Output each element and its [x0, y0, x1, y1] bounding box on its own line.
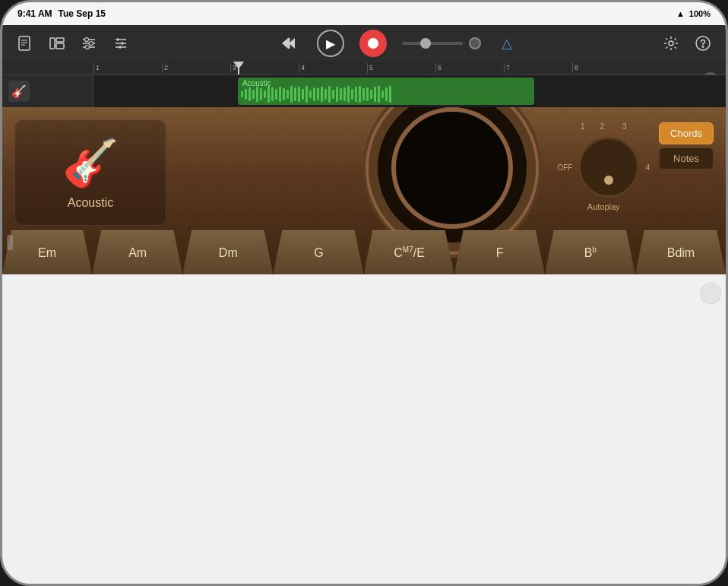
knob-row: OFF 4	[557, 137, 650, 198]
notes-mode-button[interactable]: Notes	[659, 147, 714, 169]
svg-rect-0	[19, 36, 30, 50]
svg-rect-4	[50, 38, 55, 49]
mode-buttons: Chords Notes	[659, 122, 714, 169]
time: 9:41 AM	[17, 8, 52, 19]
svg-rect-5	[56, 38, 64, 42]
help-button[interactable]	[692, 33, 714, 54]
chords-mode-button[interactable]: Chords	[659, 122, 714, 144]
track-clip[interactable]: Acoustic	[238, 78, 534, 105]
clip-waveform	[238, 85, 534, 103]
device-frame: 9:41 AM Tue Sep 15 ▲ 100%	[0, 0, 728, 586]
track-icon: 🎸	[8, 81, 30, 102]
volume-circle	[469, 37, 481, 49]
guitar-icon: 🎸	[62, 136, 119, 190]
ruler-marks: 1 2 3 4 5 6 7 8	[93, 62, 641, 74]
instrument-top: 🎸 Acoustic 1 2 3 OFF	[2, 107, 726, 229]
home-button[interactable]	[700, 283, 721, 304]
volume-slider-area	[402, 37, 481, 49]
svg-point-10	[85, 38, 89, 42]
ruler-mark-4: 4	[299, 63, 367, 73]
chord-dm-button[interactable]: Dm	[182, 230, 273, 274]
toolbar-center: ▶ △	[274, 30, 518, 57]
ruler-mark-5: 5	[367, 63, 435, 73]
svg-marker-19	[282, 38, 288, 49]
chord-g-button[interactable]: G	[273, 230, 363, 274]
tracks-view-button[interactable]	[46, 33, 68, 54]
autoplay-label: Autoplay	[587, 202, 620, 211]
autoplay-section: 1 2 3 OFF 4 Autoplay	[557, 122, 650, 211]
chord-row: Em Am Dm G CM7/E F Bb Bdim	[2, 229, 726, 274]
knob-label-3: 3	[622, 122, 627, 131]
play-button[interactable]: ▶	[317, 30, 344, 57]
svg-point-12	[86, 46, 90, 49]
track-area: 🎸 Acoustic	[2, 75, 726, 107]
chord-am-button[interactable]: Am	[92, 230, 182, 274]
chord-bb-button[interactable]: Bb	[545, 230, 635, 274]
knob-off-label: OFF	[557, 163, 572, 172]
knob-label-2: 2	[600, 122, 604, 131]
instrument-area: 🎸 Acoustic 1 2 3 OFF	[2, 107, 726, 274]
ruler-mark-6: 6	[435, 63, 504, 73]
rewind-button[interactable]	[274, 30, 302, 57]
ruler-mark-8: 8	[572, 63, 641, 73]
controls-button[interactable]	[110, 33, 131, 54]
svg-rect-6	[56, 43, 64, 49]
chord-cm7e-button[interactable]: CM7/E	[364, 230, 454, 274]
knob-labels: 1 2 3	[581, 122, 627, 131]
track-header: 🎸	[2, 75, 93, 107]
svg-point-22	[669, 41, 673, 46]
autoplay-knob[interactable]	[578, 137, 639, 198]
metronome-button[interactable]: △	[496, 33, 518, 54]
svg-point-11	[90, 42, 93, 46]
side-button	[7, 235, 13, 250]
toolbar: ▶ △	[2, 25, 726, 62]
record-button[interactable]	[359, 30, 387, 57]
new-document-button[interactable]	[14, 33, 36, 54]
playhead-triangle	[233, 62, 244, 69]
timeline-area: 1 2 3 4 5 6 7 8 + 🎸 Acoustic	[2, 62, 726, 107]
battery: 100%	[689, 9, 711, 18]
ruler-mark-1: 1	[93, 63, 162, 73]
toolbar-left	[14, 33, 131, 54]
knob-4-label: 4	[645, 163, 650, 172]
volume-thumb[interactable]	[420, 38, 431, 49]
settings-button[interactable]	[660, 33, 682, 54]
playhead[interactable]	[238, 62, 239, 74]
timeline-ruler: 1 2 3 4 5 6 7 8 +	[2, 62, 726, 75]
knob-label-1: 1	[581, 122, 585, 131]
track-clip-area: Acoustic	[93, 75, 726, 107]
svg-point-24	[702, 46, 704, 48]
chord-f-button[interactable]: F	[454, 230, 545, 274]
chord-bdim-button[interactable]: Bdim	[635, 230, 726, 274]
status-left: 9:41 AM Tue Sep 15	[17, 8, 106, 19]
record-dot	[368, 38, 378, 49]
guitar-selector[interactable]: 🎸 Acoustic	[14, 119, 166, 226]
status-right: ▲ 100%	[676, 9, 711, 18]
ruler-mark-2: 2	[162, 63, 230, 73]
sound-hole-inner	[391, 107, 513, 229]
guitar-name: Acoustic	[68, 196, 113, 210]
chord-em-button[interactable]: Em	[2, 230, 92, 274]
date: Tue Sep 15	[59, 8, 106, 19]
status-bar: 9:41 AM Tue Sep 15 ▲ 100%	[2, 2, 726, 25]
toolbar-right	[660, 33, 714, 54]
knob-indicator	[604, 176, 613, 185]
volume-track	[402, 42, 463, 45]
ruler-mark-7: 7	[504, 63, 572, 73]
mixer-button[interactable]	[78, 33, 100, 54]
wifi-icon: ▲	[676, 9, 685, 18]
